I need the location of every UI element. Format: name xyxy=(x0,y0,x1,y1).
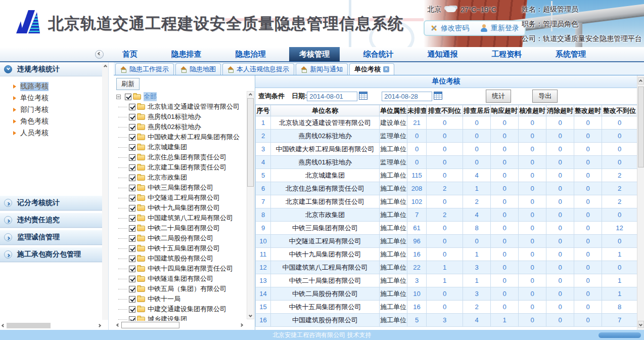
table-row[interactable]: 11中铁十九局集团有限公司施工单位160100001 xyxy=(256,248,637,261)
table-row[interactable]: 8北京市政集团施工单位72400000 xyxy=(256,208,637,222)
tree-node-row[interactable]: 中建交通建设集团有限公司 xyxy=(116,304,255,314)
tree-checkbox[interactable] xyxy=(129,245,135,252)
tree-node-label[interactable]: 中铁十四局集团有限责任公司 xyxy=(148,264,233,273)
tree-node-label[interactable]: 中铁隧道集团有限公司 xyxy=(148,274,213,283)
tree-checkbox[interactable] xyxy=(129,276,135,282)
sidebar-collapsed-panel[interactable]: 记分考核统计 xyxy=(0,195,103,210)
tree-node-row[interactable]: 北京建工集团有限责任公司 xyxy=(116,162,255,173)
scroll-left-icon[interactable] xyxy=(116,323,120,327)
tree-node-label[interactable]: 燕房线02标驻地办 xyxy=(148,122,201,132)
tab-item[interactable]: 新闻与通知 xyxy=(296,63,348,75)
table-row[interactable]: 6北京住总集团有限责任公司施工单位2082100002 xyxy=(256,182,637,195)
tree-checkbox[interactable] xyxy=(129,134,135,141)
sidebar-item[interactable]: 角色考核 xyxy=(13,115,103,127)
table-row[interactable]: 10中交隧道工程局有限公司施工单位960000000 xyxy=(256,235,637,248)
refresh-button[interactable]: 刷新 xyxy=(116,78,140,90)
tree-node-label[interactable]: 中铁十一局 xyxy=(148,294,180,304)
table-row[interactable]: 3中国铁建大桥工程局集团有限公司施工单位00000000 xyxy=(256,143,637,156)
nav-item-link[interactable]: 系统管理 xyxy=(545,47,596,61)
tree-node-label[interactable]: 全部 xyxy=(144,92,157,101)
table-row[interactable]: 7北京建工集团有限责任公司施工单位1020200002 xyxy=(256,195,637,208)
tree-node-row[interactable]: 中交隧道工程局有限公司 xyxy=(116,193,255,203)
calendar-icon[interactable] xyxy=(359,92,369,101)
tree-node-row[interactable]: 北京城建集团 xyxy=(116,142,255,152)
tree-node-row[interactable]: 中铁五局（集团）有限公司 xyxy=(116,284,255,294)
panel-vertical-scrollbar[interactable] xyxy=(637,75,644,330)
tree-node-row[interactable]: 中铁二局股份有限公司 xyxy=(116,233,255,243)
sidebar-item[interactable]: 线路考核 xyxy=(13,80,103,92)
close-icon[interactable]: × xyxy=(383,66,389,72)
date-from-input[interactable] xyxy=(307,92,357,101)
table-row[interactable]: 2燕房线02标驻地办监理单位00000000 xyxy=(256,130,637,143)
date-to-input[interactable] xyxy=(382,92,432,101)
tree-node-label[interactable]: 中建交通建设集团有限公司 xyxy=(148,305,226,314)
scroll-right-icon[interactable] xyxy=(240,323,243,327)
table-row[interactable]: 5北京城建集团施工单位1150400002 xyxy=(256,169,637,182)
tree-checkbox[interactable] xyxy=(129,144,135,151)
table-row[interactable]: 14中铁二局股份有限公司施工单位100300001 xyxy=(256,287,637,301)
change-password-button[interactable]: 修改密码 xyxy=(430,24,469,33)
tree-node-row[interactable]: 北京市政集团 xyxy=(116,173,255,183)
tree-checkbox[interactable] xyxy=(129,235,135,242)
expand-circle-icon[interactable] xyxy=(4,199,12,207)
tree-node-row[interactable]: 北京轨道交通建设管理有限公司 xyxy=(116,102,255,112)
tree-node-label[interactable]: 北京轨道交通建设管理有限公司 xyxy=(148,102,240,111)
tree-node-label[interactable]: 中国建筑股份有限公司 xyxy=(148,254,213,263)
scroll-up-icon[interactable] xyxy=(103,65,107,68)
tree-node-row[interactable]: 中国铁建大桥工程局集团有限公 xyxy=(116,132,255,142)
table-row[interactable]: 1北京轨道交通建设管理有限公司建设单位210000000 xyxy=(256,116,637,130)
tree-node-row[interactable]: 中铁十四局集团有限责任公司 xyxy=(116,264,255,274)
tab-item[interactable]: 隐患工作提示 xyxy=(115,63,174,75)
tab-item[interactable]: 隐患地图 xyxy=(175,63,221,75)
tree-node-label[interactable]: 中铁十五局集团有限公司 xyxy=(148,244,220,253)
tree-checkbox[interactable] xyxy=(129,175,135,181)
nav-item-link[interactable]: 工程资料 xyxy=(481,47,532,61)
table-row[interactable]: 13中铁二十局集团有限公司施工单位31100001 xyxy=(256,274,637,287)
relogin-button[interactable]: 重新登录 xyxy=(480,24,519,33)
tree-node-label[interactable]: 北京市政集团 xyxy=(148,173,187,182)
tree-node-row[interactable]: 中铁十五局集团有限公司 xyxy=(116,243,255,253)
table-row[interactable]: 15中铁十五局集团有限公司施工单位160200008 xyxy=(256,301,637,314)
nav-item-link[interactable]: 隐患治理 xyxy=(225,47,275,61)
tree-checkbox[interactable] xyxy=(129,256,135,262)
panel-splitter[interactable] xyxy=(109,62,114,330)
scroll-left-icon[interactable] xyxy=(2,324,5,327)
sidebar-collapsed-panel[interactable]: 违约责任追究 xyxy=(0,212,103,228)
tree-vertical-scrollbar[interactable] xyxy=(247,91,254,319)
tree-node-label[interactable]: 北京住总集团有限责任公司 xyxy=(148,153,226,162)
tree-node-label[interactable]: 中国铁建大桥工程局集团有限公 xyxy=(148,133,240,142)
nav-item-link[interactable]: 综合统计 xyxy=(353,47,404,61)
tab-item[interactable]: 本人违规信息提示 xyxy=(222,63,294,75)
tree-node-row[interactable]: 中国建筑第八工程局有限公司 xyxy=(116,213,255,223)
tree-node-label[interactable]: 中铁十九局集团有限公司 xyxy=(148,203,220,212)
tree-node-row[interactable]: 燕房线01标驻地办 xyxy=(116,112,255,122)
tree-node-label[interactable]: 北京建工集团有限责任公司 xyxy=(148,163,226,172)
tree-checkbox[interactable] xyxy=(129,104,135,110)
table-row[interactable]: 9中铁三局集团有限公司施工单位6108000012 xyxy=(256,222,637,235)
table-row[interactable]: 16中国建筑股份有限公司施工单位53410007 xyxy=(256,314,637,327)
tree-checkbox[interactable] xyxy=(129,225,135,232)
tree-checkbox[interactable] xyxy=(125,94,131,100)
statistics-button[interactable]: 统计 xyxy=(486,90,511,103)
tree-checkbox[interactable] xyxy=(129,296,135,303)
nav-item-link[interactable]: 首页 xyxy=(112,47,148,61)
nav-item-link[interactable]: 隐患排查 xyxy=(161,47,212,61)
export-button[interactable]: 导出 xyxy=(532,90,558,103)
nav-item-active[interactable]: 考核管理 xyxy=(289,47,340,61)
sidebar-collapse-button[interactable] xyxy=(95,50,104,59)
tree-node-label[interactable]: 中交隧道工程局有限公司 xyxy=(148,193,220,202)
tree-node-label[interactable]: 中铁二局股份有限公司 xyxy=(148,234,213,243)
tree-node-label[interactable]: 中国建筑第八工程局有限公司 xyxy=(148,214,233,223)
expand-circle-icon[interactable] xyxy=(4,250,12,259)
tree-checkbox[interactable] xyxy=(129,195,135,201)
tree-checkbox[interactable] xyxy=(129,154,135,161)
tree-root-row[interactable]: 全部 xyxy=(116,92,255,102)
sidebar-item[interactable]: 部门考核 xyxy=(13,104,103,115)
tree-node-row[interactable]: 中铁十一局 xyxy=(116,294,255,304)
nav-item-link[interactable]: 通知通报 xyxy=(418,47,468,61)
sidebar-vertical-scrollbar[interactable] xyxy=(102,63,108,320)
table-row[interactable]: 4燕房线01标驻地办监理单位00000000 xyxy=(256,156,637,169)
scroll-down-icon[interactable] xyxy=(638,321,644,328)
tree-checkbox[interactable] xyxy=(129,205,135,211)
table-row[interactable]: 12中国建筑第八工程局有限公司施工单位221300000 xyxy=(256,261,637,274)
